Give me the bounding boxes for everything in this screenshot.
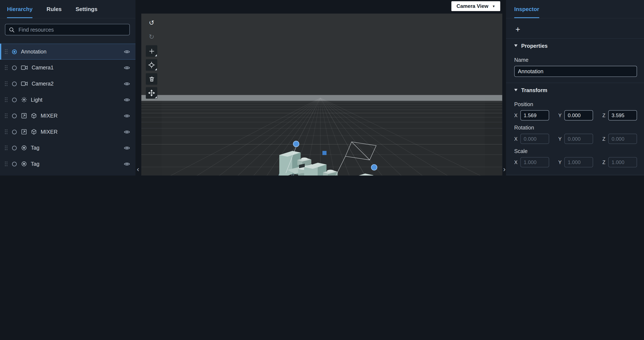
tag-icon: [21, 161, 27, 167]
scale-z-input: [608, 157, 637, 167]
tree-item-mixer-1[interactable]: MIXER: [0, 108, 136, 124]
radio-icon[interactable]: [12, 81, 17, 87]
axis-z-label: Z: [602, 136, 606, 141]
drag-handle-icon[interactable]: [4, 97, 8, 102]
tree-item-label: MIXER: [41, 113, 120, 119]
eye-icon[interactable]: [124, 49, 130, 55]
camera-icon: [21, 65, 28, 70]
name-input[interactable]: [514, 66, 637, 77]
scale-y-input: [564, 157, 593, 167]
transform-target-button[interactable]: [146, 59, 157, 71]
radio-icon[interactable]: [12, 161, 17, 167]
tree-item-tag-1[interactable]: Tag: [0, 140, 136, 156]
radio-icon[interactable]: [12, 65, 17, 70]
annotation-marker-square[interactable]: [322, 151, 326, 155]
camera-view-dropdown[interactable]: Camera View ▼: [452, 1, 500, 11]
drag-handle-icon[interactable]: [4, 81, 8, 86]
delete-button[interactable]: [146, 73, 157, 85]
tree-item-mixer-2[interactable]: MIXER: [0, 124, 136, 140]
axis-y-label: Y: [558, 112, 562, 118]
tree-item-tag-2[interactable]: Tag: [0, 156, 136, 172]
radio-selected-icon[interactable]: [12, 49, 17, 55]
drag-handle-icon[interactable]: [4, 49, 8, 54]
axis-z-label: Z: [602, 112, 606, 118]
section-properties-header[interactable]: Properties: [506, 38, 644, 53]
radio-icon[interactable]: [12, 145, 17, 151]
rotation-label: Rotation: [514, 125, 637, 131]
move-tool-button[interactable]: [146, 87, 157, 99]
scene-composer-app: Hierarchy Rules Settings Annotation: [0, 0, 644, 176]
rotation-y-input: [564, 134, 593, 144]
tree-item-camera1[interactable]: Camera1: [0, 60, 136, 76]
section-properties-title: Properties: [521, 43, 548, 49]
eye-icon[interactable]: [124, 129, 130, 134]
drag-handle-icon[interactable]: [4, 129, 8, 134]
position-row: X Y Z: [514, 110, 637, 120]
redo-button[interactable]: ↻: [146, 31, 157, 43]
viewport-column: Camera View ▼ ↺ ↻: [136, 0, 506, 176]
drag-handle-icon[interactable]: [4, 113, 8, 118]
annotation-handle-2[interactable]: [372, 164, 377, 170]
tree-item-label: Camera1: [32, 65, 120, 71]
section-transform-header[interactable]: Transform: [506, 83, 644, 97]
crosshair-icon: [148, 62, 155, 68]
position-x-input[interactable]: [520, 110, 549, 120]
tab-inspector[interactable]: Inspector: [514, 0, 539, 18]
tree-item-tag-3[interactable]: Tag: [0, 172, 136, 176]
position-z-input[interactable]: [608, 110, 637, 120]
left-tabstrip: Hierarchy Rules Settings: [0, 0, 136, 19]
3d-scene-canvas[interactable]: Y Z X: [142, 14, 502, 176]
tree-item-label: Light: [31, 97, 120, 103]
caret-down-icon: ▼: [492, 4, 495, 8]
tab-hierarchy-label: Hierarchy: [7, 6, 33, 12]
search-input[interactable]: [18, 26, 126, 33]
search-box[interactable]: [5, 24, 130, 35]
model-icon: [21, 129, 27, 135]
radio-icon[interactable]: [12, 129, 17, 134]
collapse-left-panel-button[interactable]: ‹: [136, 164, 140, 175]
tab-inspector-label: Inspector: [514, 6, 539, 12]
tab-hierarchy[interactable]: Hierarchy: [7, 0, 33, 18]
tab-rules-label: Rules: [47, 6, 62, 12]
section-annotation-header[interactable]: Annotation ⋮: [506, 175, 644, 176]
drag-handle-icon[interactable]: [4, 161, 8, 166]
tree-item-label: Camera2: [32, 81, 120, 87]
drag-handle-icon[interactable]: [4, 145, 8, 150]
scene-sky: [142, 14, 502, 95]
eye-icon[interactable]: [124, 65, 130, 70]
submenu-corner-icon: [155, 68, 157, 70]
tree-item-light[interactable]: Light: [0, 92, 136, 108]
radio-icon[interactable]: [12, 97, 17, 102]
rotation-x-input: [520, 134, 549, 144]
hierarchy-panel: Hierarchy Rules Settings Annotation: [0, 0, 136, 176]
eye-icon[interactable]: [124, 113, 130, 119]
expand-right-panel-button[interactable]: ›: [502, 164, 507, 175]
submenu-corner-icon: [155, 54, 157, 56]
annotation-handle-1[interactable]: [293, 141, 299, 147]
position-y-input[interactable]: [564, 110, 593, 120]
viewport-toolbar: ↺ ↻: [146, 17, 157, 99]
section-caret-icon: [514, 44, 518, 47]
redo-icon: ↻: [149, 34, 154, 40]
3d-viewport[interactable]: ↺ ↻: [142, 14, 502, 176]
add-object-button[interactable]: [146, 45, 157, 57]
eye-icon[interactable]: [124, 81, 130, 87]
eye-icon[interactable]: [124, 145, 130, 151]
tab-rules[interactable]: Rules: [47, 0, 62, 18]
tree-item-camera2[interactable]: Camera2: [0, 76, 136, 92]
model-icon: [21, 113, 27, 119]
eye-icon[interactable]: [124, 97, 130, 102]
tree-item-annotation[interactable]: Annotation: [0, 44, 136, 60]
cube-icon: [31, 129, 37, 135]
section-transform-body: Position X Y Z Rotation X Y Z Scale X Y …: [506, 97, 644, 170]
drag-handle-icon[interactable]: [4, 65, 8, 70]
tab-settings[interactable]: Settings: [76, 0, 98, 18]
radio-icon[interactable]: [12, 113, 17, 119]
tag-icon: [21, 145, 27, 151]
undo-button[interactable]: ↺: [146, 17, 157, 29]
camera-view-label: Camera View: [456, 4, 488, 9]
inspector-panel: Inspector + Properties Name Transform Po…: [506, 0, 644, 176]
eye-icon[interactable]: [124, 161, 130, 167]
add-component-button[interactable]: +: [516, 25, 524, 33]
axis-x-label: X: [514, 136, 518, 141]
